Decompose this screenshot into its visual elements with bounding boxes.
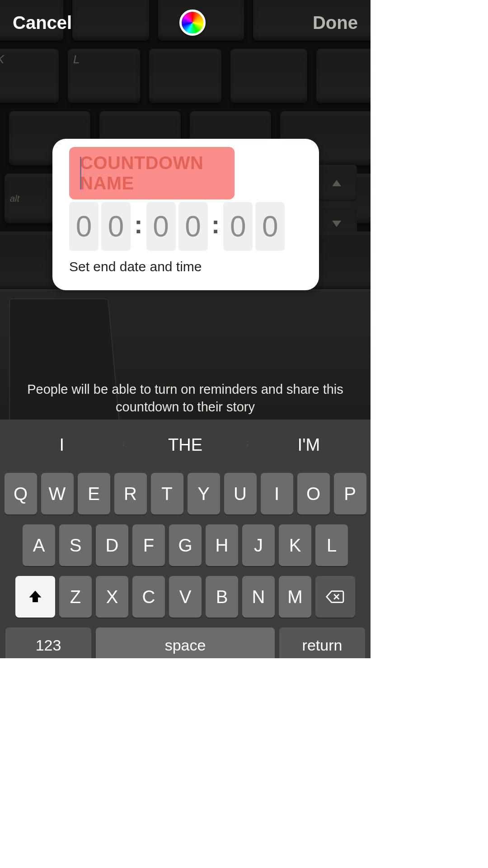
countdown-timer-display[interactable]: 0 0 : 0 0 : 0 0 [69,202,305,251]
story-countdown-editor: K L alt Cancel Done COUNTDOWN NAME 0 0 : [0,0,371,658]
set-end-date-label[interactable]: Set end date and time [69,259,305,274]
helper-text: People will be able to turn on reminders… [0,381,371,416]
keyboard-row-1: Q W E R T Y U I O P [2,473,369,514]
key-s[interactable]: S [59,524,92,566]
key-space[interactable]: space [96,627,275,658]
keyboard-row-2: A S D F G H J K L [2,524,369,566]
countdown-digit: 0 [69,202,99,251]
color-picker-button[interactable] [179,9,206,36]
key-k[interactable]: K [279,524,311,566]
keyboard-suggestion-bar: I THE I'M [0,420,371,470]
countdown-digit: 0 [223,202,253,251]
keyboard-row-3: Z X C V B N M [2,576,369,618]
key-numeric-toggle[interactable]: 123 [5,627,91,658]
key-h[interactable]: H [206,524,238,566]
key-a[interactable]: A [23,524,55,566]
key-w[interactable]: W [41,473,74,514]
countdown-name-placeholder: COUNTDOWN NAME [80,153,235,193]
colon-separator: : [211,210,221,244]
countdown-digit: 0 [178,202,208,251]
key-m[interactable]: M [279,576,311,618]
top-bar: Cancel Done [0,0,371,45]
key-y[interactable]: Y [188,473,220,514]
cancel-button[interactable]: Cancel [13,13,72,33]
key-r[interactable]: R [114,473,147,514]
key-return[interactable]: return [279,627,365,658]
key-p[interactable]: P [334,473,366,514]
countdown-digit: 0 [101,202,131,251]
key-n[interactable]: N [242,576,275,618]
keyboard-suggestion[interactable]: THE [123,435,247,455]
key-d[interactable]: D [96,524,128,566]
key-u[interactable]: U [224,473,257,514]
colon-separator: : [133,210,144,244]
key-v[interactable]: V [169,576,202,618]
key-o[interactable]: O [297,473,330,514]
key-shift[interactable] [15,576,55,618]
key-c[interactable]: C [132,576,165,618]
countdown-digit: 0 [146,202,176,251]
done-button[interactable]: Done [313,13,358,33]
key-z[interactable]: Z [59,576,92,618]
key-l[interactable]: L [315,524,348,566]
backspace-icon [325,589,345,604]
key-q[interactable]: Q [5,473,37,514]
key-j[interactable]: J [242,524,275,566]
key-t[interactable]: T [151,473,183,514]
key-g[interactable]: G [169,524,202,566]
keyboard-suggestion[interactable]: I'M [247,435,371,455]
key-f[interactable]: F [132,524,165,566]
countdown-sticker-card: COUNTDOWN NAME 0 0 : 0 0 : 0 0 Set end d… [52,139,319,290]
countdown-digit: 0 [255,202,285,251]
key-backspace[interactable] [315,576,355,618]
ios-keyboard: I THE I'M Q W E R T Y U I O P A S D F [0,420,371,658]
key-i[interactable]: I [261,473,293,514]
key-b[interactable]: B [206,576,238,618]
countdown-name-input[interactable]: COUNTDOWN NAME [69,147,235,199]
keyboard-row-bottom: 123 space return [2,627,369,658]
key-e[interactable]: E [78,473,110,514]
key-x[interactable]: X [96,576,128,618]
shift-icon [27,589,43,605]
keyboard-suggestion[interactable]: I [0,435,123,455]
